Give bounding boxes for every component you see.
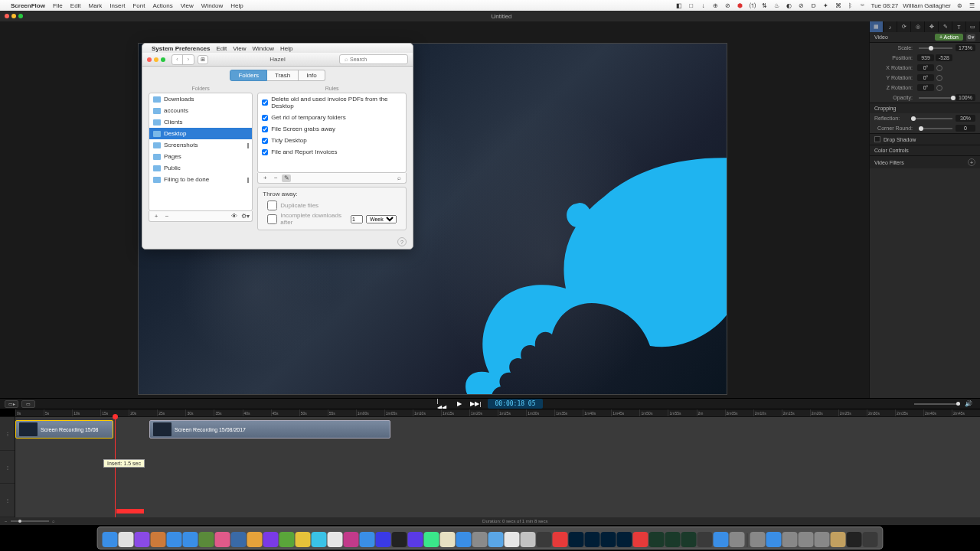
- notification-icon[interactable]: ☰: [968, 2, 975, 9]
- ruler-tick[interactable]: 2m25s: [838, 409, 867, 416]
- rules-list[interactable]: Delete old and used invoice PDFs from th…: [257, 93, 407, 173]
- rule-item[interactable]: File and Report Invoices: [258, 146, 406, 158]
- ruler-tick[interactable]: 1m40s: [583, 409, 611, 416]
- tab-folders[interactable]: Folders: [230, 70, 267, 81]
- video-filters-section[interactable]: Video Filters: [874, 160, 904, 165]
- rule-item[interactable]: File Screen grabs away: [258, 123, 406, 135]
- menu-insert[interactable]: Insert: [109, 2, 125, 9]
- ruler-tick[interactable]: 1m45s: [611, 409, 639, 416]
- duplicate-checkbox[interactable]: [267, 201, 277, 210]
- reflection-slider[interactable]: [911, 118, 952, 119]
- tab-audio-icon[interactable]: ♪: [884, 21, 897, 32]
- status-icon[interactable]: ↓: [700, 2, 707, 9]
- ruler-tick[interactable]: 2m35s: [895, 409, 923, 416]
- dock-item[interactable]: [472, 532, 488, 547]
- ruler-tick[interactable]: 1m05s: [384, 409, 413, 416]
- timecode[interactable]: 00:00:18 05: [488, 399, 544, 409]
- ruler-tick[interactable]: 10s: [72, 409, 100, 416]
- rule-item[interactable]: Get rid of temporary folders: [258, 112, 406, 123]
- dock-item[interactable]: [863, 532, 878, 547]
- dock-item[interactable]: [296, 532, 311, 547]
- ruler-tick[interactable]: 1m25s: [498, 409, 526, 416]
- minimize-icon[interactable]: [154, 57, 158, 62]
- folder-item[interactable]: Screenshots||: [149, 139, 252, 151]
- zoom-out-icon[interactable]: −: [5, 519, 8, 523]
- period-value[interactable]: [351, 215, 363, 223]
- grid-view-icon[interactable]: ⊞: [198, 55, 208, 64]
- zoom-icon[interactable]: [18, 14, 23, 18]
- ruler-tick[interactable]: 35s: [214, 409, 242, 416]
- dock-item[interactable]: [360, 532, 375, 547]
- shadow-checkbox[interactable]: [874, 136, 880, 142]
- status-icon[interactable]: ⊘: [724, 2, 732, 9]
- play-icon[interactable]: ▶: [454, 400, 465, 408]
- sp-menu-edit[interactable]: Edit: [217, 45, 227, 52]
- dock-item[interactable]: [135, 532, 150, 547]
- status-icon[interactable]: □: [688, 2, 695, 9]
- dock-item[interactable]: [617, 532, 632, 547]
- search-rules-icon[interactable]: ⌕: [394, 174, 403, 182]
- status-icon[interactable]: ✦: [822, 2, 830, 9]
- dock-item[interactable]: [681, 532, 697, 547]
- ruler-tick[interactable]: 50s: [299, 409, 328, 416]
- ruler-tick[interactable]: 1m30s: [526, 409, 554, 416]
- dock-item[interactable]: [119, 532, 134, 547]
- dock-item[interactable]: [167, 532, 182, 547]
- reflection-value[interactable]: 30%: [956, 115, 975, 122]
- spotlight-icon[interactable]: ⊜: [956, 2, 963, 9]
- sp-menu-help[interactable]: Help: [280, 45, 292, 52]
- dock-item[interactable]: [279, 532, 295, 547]
- dock-item[interactable]: [782, 532, 798, 547]
- ruler-tick[interactable]: 55s: [328, 409, 356, 416]
- tab-screen-icon[interactable]: ⟳: [897, 21, 911, 32]
- dock-item[interactable]: [103, 532, 118, 547]
- volume-slider[interactable]: [914, 403, 960, 405]
- corner-slider[interactable]: [919, 128, 952, 129]
- speaker-icon[interactable]: 🔊: [965, 400, 972, 407]
- close-icon[interactable]: [5, 14, 9, 18]
- rotation-dial-icon[interactable]: [936, 65, 942, 71]
- dock-item[interactable]: [750, 532, 766, 547]
- dock-item[interactable]: [537, 532, 552, 547]
- dock-item[interactable]: [815, 532, 830, 547]
- zoom-icon[interactable]: [161, 57, 165, 62]
- ruler-tick[interactable]: 45s: [271, 409, 299, 416]
- next-icon[interactable]: ▶▶|: [471, 400, 482, 408]
- ruler-tick[interactable]: 1m20s: [469, 409, 498, 416]
- prev-icon[interactable]: |◀◀: [437, 400, 448, 408]
- folder-item[interactable]: Desktop: [149, 128, 252, 139]
- tab-info[interactable]: Info: [299, 70, 325, 81]
- timeline[interactable]: ⋮ ⋮ ⋮ Screen Recording 15/08 Screen Reco…: [0, 416, 980, 517]
- timeline-ruler[interactable]: 0s5s10s15s20s25s30s35s40s45s50s55s1m00s1…: [15, 409, 980, 416]
- dock-item[interactable]: [424, 532, 439, 547]
- tab-annotation-icon[interactable]: ✎: [939, 21, 952, 32]
- menu-edit[interactable]: Edit: [70, 2, 81, 9]
- clock[interactable]: Tue 08:27: [871, 2, 899, 9]
- dock-item[interactable]: [521, 532, 536, 547]
- folder-item[interactable]: Pages: [149, 151, 252, 162]
- ruler-tick[interactable]: 25s: [157, 409, 185, 416]
- status-icon[interactable]: D: [810, 2, 818, 9]
- rule-checkbox[interactable]: [262, 149, 268, 155]
- edit-rule-button[interactable]: ✎: [282, 174, 291, 182]
- opacity-value[interactable]: 100%: [956, 94, 975, 101]
- dock-item[interactable]: [831, 532, 846, 547]
- menu-file[interactable]: File: [53, 2, 63, 9]
- add-filter-icon[interactable]: +: [968, 158, 975, 166]
- menu-actions[interactable]: Actions: [152, 2, 172, 9]
- dock-item[interactable]: [392, 532, 407, 547]
- track-mode-icon[interactable]: ▭: [21, 400, 35, 408]
- shadow-section[interactable]: Drop Shadow: [884, 137, 916, 142]
- ruler-tick[interactable]: 2m15s: [782, 409, 810, 416]
- tab-touch-icon[interactable]: ✥: [925, 21, 939, 32]
- ruler-tick[interactable]: 0s: [15, 409, 44, 416]
- position-y[interactable]: -528: [936, 54, 952, 61]
- clip-mode-icon[interactable]: ▭▸: [5, 400, 18, 408]
- status-icon[interactable]: ⇅: [761, 2, 769, 9]
- remove-folder-button[interactable]: −: [162, 213, 172, 220]
- position-x[interactable]: 939: [917, 54, 934, 61]
- app-name[interactable]: ScreenFlow: [11, 2, 45, 9]
- help-icon[interactable]: ?: [397, 237, 407, 246]
- dock-item[interactable]: [151, 532, 166, 547]
- menu-font[interactable]: Font: [132, 2, 145, 9]
